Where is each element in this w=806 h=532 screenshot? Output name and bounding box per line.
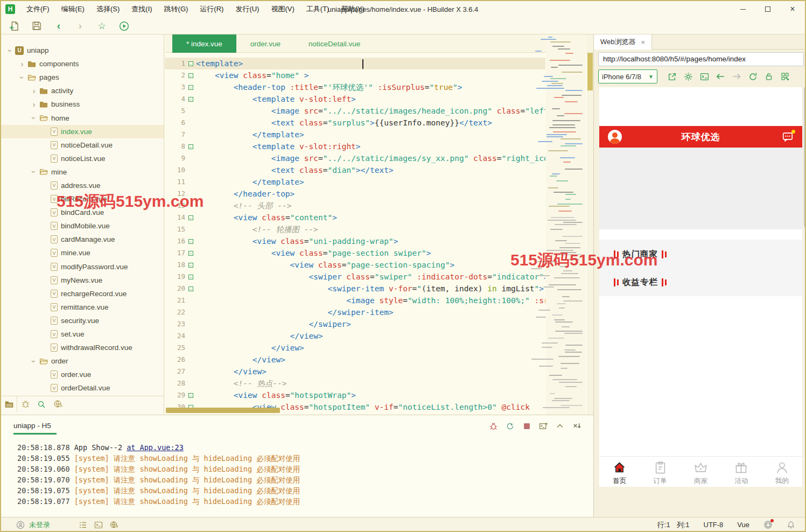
tree-item-address.vue[interactable]: Vaddress.vue <box>1 179 164 192</box>
code-line-27[interactable]: 27 </view> <box>165 366 545 377</box>
tree-item-business[interactable]: ›business <box>1 97 164 111</box>
tree-item-myNews.vue[interactable]: VmyNews.vue <box>1 274 164 287</box>
phone-tab-商家[interactable]: 商家 <box>681 457 721 487</box>
menu-item-视图(V)[interactable]: 视图(V) <box>265 1 300 17</box>
arrow-right-icon[interactable] <box>728 69 745 83</box>
star-icon[interactable]: ☆ <box>95 19 108 32</box>
task-list-icon[interactable] <box>79 521 87 529</box>
menu-item-发行(U)[interactable]: 发行(U) <box>229 1 265 17</box>
tree-item-billRecord.vue[interactable]: VbillRecord.vue <box>1 192 164 206</box>
page-scrollbar[interactable] <box>803 87 806 487</box>
horizontal-scroll-thumb[interactable] <box>166 408 280 413</box>
vertical-scroll-thumb[interactable] <box>587 53 593 90</box>
save-icon[interactable] <box>30 19 43 32</box>
debug-icon[interactable] <box>17 396 33 412</box>
fold-icon[interactable]: – <box>185 212 196 223</box>
code-line-2[interactable]: 2– <view class="home" > <box>165 69 545 81</box>
tree-item-security.vue[interactable]: Vsecurity.vue <box>1 314 164 327</box>
encoding[interactable]: UTF-8 <box>704 521 724 529</box>
tree-item-mine[interactable]: ›mine <box>1 165 164 179</box>
maximize-button[interactable] <box>755 1 780 17</box>
fold-icon[interactable]: – <box>185 235 196 247</box>
fold-icon[interactable]: – <box>185 259 196 271</box>
code-area[interactable]: 1–<template>2– <view class="home" >3– <h… <box>165 53 545 415</box>
fold-icon[interactable]: – <box>185 283 196 295</box>
tree-item-set.vue[interactable]: Vset.vue <box>1 327 164 341</box>
code-line-29[interactable]: 29– <view class="hotspotWrap"> <box>165 389 545 401</box>
run-icon[interactable] <box>117 19 130 32</box>
bell-icon[interactable] <box>787 521 795 529</box>
tree-item-rechargeRecord.vue[interactable]: VrechargeRecord.vue <box>1 287 164 300</box>
code-line-11[interactable]: 11 </template> <box>165 176 545 188</box>
phone-tab-活动[interactable]: 活动 <box>721 457 761 487</box>
tree-item-withdrawalRecord.vue[interactable]: VwithdrawalRecord.vue <box>1 341 164 354</box>
editor-horizontal-scrollbar[interactable] <box>165 408 545 414</box>
code-line-7[interactable]: 7 </template> <box>165 129 545 141</box>
editor-tab-noticeDetail.vue[interactable]: noticeDetail.vue <box>295 34 374 53</box>
tree-item-remittance.vue[interactable]: Vremittance.vue <box>1 300 164 314</box>
lock-icon[interactable] <box>761 69 777 83</box>
fold-icon[interactable]: – <box>185 81 196 93</box>
tree-item-mine.vue[interactable]: Vmine.vue <box>1 246 164 260</box>
tree-item-noticeDetail.vue[interactable]: VnoticeDetail.vue <box>1 138 164 152</box>
terminal-add-icon[interactable] <box>538 421 548 431</box>
menu-item-编辑(E)[interactable]: 编辑(E) <box>55 1 90 17</box>
code-line-14[interactable]: 14– <view class="content"> <box>165 212 545 223</box>
code-line-28[interactable]: 28 <!-- 热点--> <box>165 377 545 389</box>
code-line-3[interactable]: 3– <header-top :title="'环球优选'" :isSurplu… <box>165 81 545 93</box>
code-line-19[interactable]: 19– <swiper class="swiper" :indicator-do… <box>165 271 545 283</box>
update-icon[interactable] <box>763 520 773 529</box>
console-icon[interactable] <box>696 69 712 83</box>
forward-icon[interactable]: › <box>74 19 87 32</box>
close-button[interactable]: × <box>780 1 805 17</box>
code-line-9[interactable]: 9 <image src="../../static/images/sy_xx.… <box>165 152 545 164</box>
code-line-1[interactable]: 1–<template> <box>165 58 545 69</box>
page-scroll-thumb[interactable] <box>804 87 806 227</box>
clear-icon[interactable] <box>572 421 581 431</box>
editor-tab-index.vue[interactable]: * index.vue <box>172 34 236 53</box>
close-tab-icon[interactable]: × <box>641 38 646 46</box>
refresh-icon[interactable] <box>745 69 761 83</box>
code-line-10[interactable]: 10 <text class="dian"></text> <box>165 164 545 176</box>
log-source-link[interactable]: at App.vue:23 <box>127 443 184 452</box>
code-line-12[interactable]: 12 </header-top> <box>165 188 545 200</box>
code-line-22[interactable]: 22 </swiper-item> <box>165 306 545 318</box>
fold-icon[interactable]: – <box>185 69 196 81</box>
minimap[interactable] <box>546 34 586 415</box>
editor-tab-order.vue[interactable]: order.vue <box>236 34 295 53</box>
minimize-button[interactable]: ─ <box>731 1 755 17</box>
tree-item-order[interactable]: ›order <box>1 354 164 368</box>
tree-item-components[interactable]: ›components <box>1 57 164 71</box>
phone-tab-我的[interactable]: 我的 <box>762 457 802 487</box>
url-input[interactable]: http://localhost:8080/h5/#/pages/home/in… <box>598 52 804 66</box>
collapse-icon[interactable] <box>555 421 565 431</box>
code-line-6[interactable]: 6 <text class="surplus">{{userInfo.money… <box>165 117 545 129</box>
open-external-icon[interactable] <box>664 69 680 83</box>
tree-item-order.vue[interactable]: Vorder.vue <box>1 368 164 381</box>
tree-item-home[interactable]: ›home <box>1 111 164 124</box>
tree-item-bindMobile.vue[interactable]: VbindMobile.vue <box>1 219 164 233</box>
login-status[interactable]: 未登录 <box>29 520 50 530</box>
tree-item-noticeList.vue[interactable]: VnoticeList.vue <box>1 152 164 165</box>
fold-icon[interactable]: – <box>185 271 196 283</box>
fold-icon[interactable]: – <box>185 58 196 69</box>
tree-item-bindCard.vue[interactable]: VbindCard.vue <box>1 206 164 219</box>
web-icon[interactable] <box>50 396 66 412</box>
code-line-20[interactable]: 20– <swiper-item v-for="(item, index) in… <box>165 283 545 295</box>
search-icon[interactable] <box>33 396 50 412</box>
code-line-17[interactable]: 17– <view class="page-section swiper"> <box>165 247 545 259</box>
project-explorer-icon[interactable] <box>1 396 17 412</box>
terminal-icon[interactable] <box>94 521 103 529</box>
menu-item-运行(R)[interactable]: 运行(R) <box>194 1 229 17</box>
browser-tab[interactable]: Web浏览器 × <box>594 34 652 50</box>
fold-icon[interactable]: – <box>185 389 196 401</box>
code-line-5[interactable]: 5 <image src="../../static/images/heade_… <box>165 105 545 117</box>
code-line-26[interactable]: 26 </view> <box>165 354 545 366</box>
menu-item-查找(I)[interactable]: 查找(I) <box>125 1 158 17</box>
tree-item-cardManage.vue[interactable]: VcardManage.vue <box>1 233 164 246</box>
tree-item-modifyPassword.vue[interactable]: VmodifyPassword.vue <box>1 260 164 274</box>
tree-item-orderDetail.vue[interactable]: VorderDetail.vue <box>1 381 164 395</box>
gear-icon[interactable] <box>680 69 696 83</box>
code-line-24[interactable]: 24 </view> <box>165 330 545 342</box>
code-line-21[interactable]: 21 <image style="width: 100%;height:100%… <box>165 295 545 306</box>
